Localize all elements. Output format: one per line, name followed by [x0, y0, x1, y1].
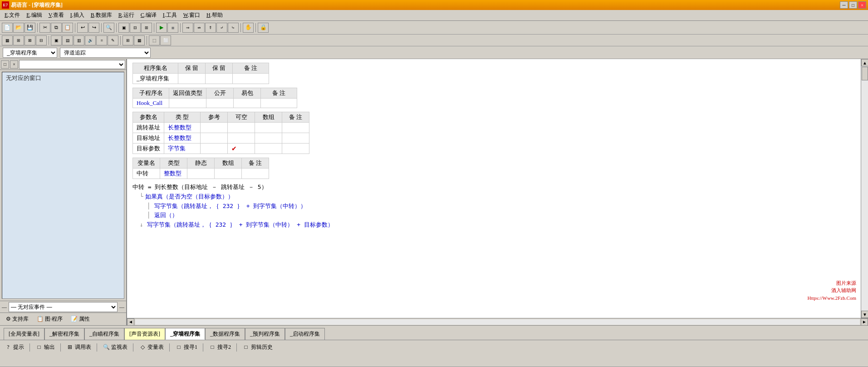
scroll-thumb[interactable] [862, 67, 868, 80]
left-tab-lib[interactable]: ⚙ 支持库 [2, 314, 33, 324]
step5-button[interactable]: ⤷ [228, 23, 239, 33]
copy-button[interactable]: ⧉ [51, 23, 62, 33]
panel-close-button[interactable]: × [10, 60, 18, 69]
scroll-right-arrow[interactable]: ► [861, 318, 868, 326]
status-output[interactable]: □ 输出 [34, 342, 57, 352]
col-param-ref: 参考 [201, 112, 228, 123]
p3-type: 字节集 [164, 144, 201, 154]
scroll-up-arrow[interactable]: ▲ [861, 59, 868, 66]
tb2-7[interactable]: ▥ [74, 35, 84, 45]
stop-button[interactable]: ■ [167, 23, 178, 33]
left-tab-program[interactable]: 📋 图·程序 [33, 314, 67, 324]
status-vars[interactable]: ◇ 变量表 [137, 342, 166, 352]
menu-edit[interactable]: E.编辑 [24, 10, 44, 20]
tb2-12[interactable]: ▦ [134, 35, 145, 45]
tab-aim[interactable]: _自瞄程序集 [84, 328, 124, 340]
tb2-14[interactable]: ⬜ [160, 35, 171, 45]
event-dropdown[interactable]: — 无对应事件 — [9, 302, 118, 312]
save-button[interactable]: 💾 [25, 23, 35, 33]
step1-button[interactable]: ⇒ [182, 23, 193, 33]
left-tab-props[interactable]: 📝 属性 [67, 314, 94, 324]
scroll-down-arrow[interactable]: ▼ [861, 311, 868, 318]
step3-button[interactable]: ⇑ [205, 23, 216, 33]
layout3-button[interactable]: ⊞ [141, 23, 152, 33]
menu-insert[interactable]: I.插入 [68, 10, 87, 20]
tb2-8[interactable]: 🔊 [85, 35, 96, 45]
menu-tools[interactable]: I.工具 [160, 10, 180, 20]
menu-file[interactable]: E.文件 [2, 10, 23, 20]
new-button[interactable]: 📄 [2, 23, 13, 33]
vertical-scrollbar[interactable]: ▲ ▼ [861, 59, 868, 318]
tab-decode[interactable]: _解密程序集 [44, 328, 84, 340]
left-panel-header: □ × [0, 59, 126, 70]
menu-compile[interactable]: C.编译 [138, 10, 159, 20]
program-set-dropdown[interactable]: _穿墙程序集 [3, 48, 57, 58]
arrow-icon-4: ↓ [140, 220, 143, 230]
table-row: 目标地址 长整数型 [133, 133, 309, 144]
step2-button[interactable]: ⇏ [194, 23, 205, 33]
menu-view[interactable]: V.查看 [46, 10, 67, 20]
left-panel-list[interactable]: 无对应的窗口 [2, 72, 124, 299]
horizontal-scrollbar[interactable]: ◄ ► [127, 318, 868, 325]
tb2-2[interactable]: ⊞ [13, 35, 24, 45]
tab-data[interactable]: _数据程序集 [205, 328, 245, 340]
menu-help[interactable]: H.帮助 [204, 10, 226, 20]
col-var-type: 类型 [160, 158, 187, 169]
tab-wallhack[interactable]: _穿墙程序集 [165, 328, 205, 340]
status-calltable[interactable]: ⊞ 调用表 [64, 342, 93, 352]
run-button[interactable]: ▶ [156, 23, 167, 33]
p3-null: ✔ [228, 144, 255, 154]
minimize-button[interactable]: ─ [840, 1, 848, 9]
panel-min-button[interactable]: □ [1, 60, 9, 69]
menu-database[interactable]: B.数据库 [88, 10, 115, 20]
status-clipboard[interactable]: □ 剪辑历史 [240, 342, 275, 352]
tab-predict[interactable]: _预判程序集 [245, 328, 285, 340]
col-easypack: 易包 [234, 88, 261, 99]
tab-global-vars[interactable]: [全局变量表] [4, 328, 44, 340]
left-panel-dropdown[interactable] [19, 60, 125, 69]
open-button[interactable]: 📂 [13, 23, 24, 33]
tb2-11[interactable]: ⊞ [123, 35, 133, 45]
status-search2[interactable]: □ 搜寻2 [207, 342, 233, 352]
scroll-left-arrow[interactable]: ◄ [127, 318, 134, 326]
tb2-1[interactable]: ▦ [2, 35, 13, 45]
paste-button[interactable]: 📋 [62, 23, 73, 33]
program-icon: 📋 [37, 316, 44, 322]
col-reserved2: 保 留 [206, 63, 233, 74]
scroll-track[interactable] [861, 66, 868, 311]
step4-button[interactable]: ⤶ [216, 23, 227, 33]
code-editor[interactable]: 程序集名 保 留 保 留 备 注 _穿墙程序集 [127, 59, 861, 318]
cut-button[interactable]: ✂ [39, 23, 50, 33]
tb2-13[interactable]: ⬚ [149, 35, 160, 45]
tb2-10[interactable]: ✎ [108, 35, 118, 45]
status-hint[interactable]: ? 提示 [3, 342, 26, 352]
restore-button[interactable]: □ [849, 1, 857, 9]
layout2-button[interactable]: ⊟ [130, 23, 141, 33]
menu-window[interactable]: W.窗口 [181, 10, 203, 20]
lock-button[interactable]: 🔒 [258, 23, 269, 33]
layout1-button[interactable]: ▣ [118, 23, 129, 33]
find-button[interactable]: 🔍 [103, 23, 114, 33]
col-var-static: 静态 [187, 158, 215, 169]
tb2-6[interactable]: ▤ [62, 35, 73, 45]
close-button[interactable]: × [858, 1, 866, 9]
menu-run[interactable]: R.运行 [116, 10, 137, 20]
status-watch[interactable]: 🔍 监视表 [101, 342, 129, 352]
hand-button[interactable]: ✋ [243, 23, 254, 33]
tb2-5[interactable]: ▣ [51, 35, 62, 45]
tb2-4[interactable]: ⊟ [36, 35, 47, 45]
ps-note-cell [233, 74, 269, 84]
subroutine-dropdown[interactable]: 弹道追踪 [60, 48, 151, 58]
h-scroll-track[interactable] [135, 319, 860, 325]
col-public: 公开 [206, 88, 234, 99]
undo-button[interactable]: ↩ [77, 23, 88, 33]
status-search1[interactable]: □ 搜寻1 [173, 342, 199, 352]
col-note2: 备 注 [261, 88, 297, 99]
redo-button[interactable]: ↪ [88, 23, 99, 33]
tb2-9[interactable]: ≡ [96, 35, 107, 45]
tab-startup[interactable]: _启动程序集 [285, 328, 325, 340]
tab-sound[interactable]: [声音资源表] [124, 328, 165, 340]
tb2-3[interactable]: ⊠ [25, 35, 35, 45]
v1-name: 中转 [133, 169, 160, 179]
col-var-name: 变量名 [133, 158, 160, 169]
